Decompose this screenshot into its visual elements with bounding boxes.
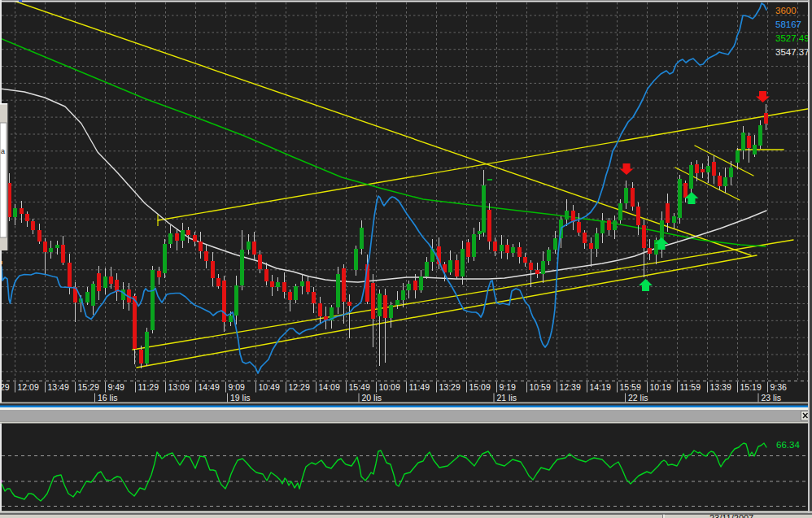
svg-text:12:29: 12:29 (289, 382, 310, 392)
svg-text:13:39: 13:39 (710, 382, 731, 392)
svg-text:9:49: 9:49 (108, 382, 125, 392)
svg-text:23 lis: 23 lis (762, 393, 782, 403)
svg-text:11:29: 11:29 (138, 382, 159, 392)
svg-text:15:29: 15:29 (78, 382, 99, 392)
svg-text:23/11/2007: 23/11/2007 (709, 513, 753, 518)
svg-text:12:09: 12:09 (18, 382, 39, 392)
svg-text:11:59: 11:59 (680, 382, 701, 392)
svg-text:14:19: 14:19 (590, 382, 611, 392)
svg-text:15:09: 15:09 (469, 382, 491, 392)
svg-text:13:29: 13:29 (439, 382, 461, 392)
svg-text:15:59: 15:59 (620, 382, 641, 392)
svg-text:11:49: 11:49 (409, 382, 430, 392)
svg-text:10:19: 10:19 (650, 382, 671, 392)
svg-text:20 lis: 20 lis (362, 393, 382, 403)
svg-text:22 lis: 22 lis (628, 393, 648, 403)
svg-text:12:39: 12:39 (560, 382, 581, 392)
svg-text:16 lis: 16 lis (98, 393, 118, 403)
svg-text:10:09: 10:09 (379, 382, 400, 392)
svg-text:14:09: 14:09 (319, 382, 340, 392)
svg-text:10:49: 10:49 (259, 382, 280, 392)
svg-text:9:09: 9:09 (229, 382, 246, 392)
svg-text:3527.49: 3527.49 (775, 33, 810, 43)
svg-text:19 lis: 19 lis (230, 393, 251, 403)
svg-text:66.34: 66.34 (776, 440, 800, 450)
svg-text:13:09: 13:09 (168, 382, 190, 392)
svg-text:3547.37: 3547.37 (775, 47, 810, 57)
svg-text:15:49: 15:49 (349, 382, 370, 392)
svg-text:9:36: 9:36 (771, 382, 788, 392)
svg-text:21 lis: 21 lis (497, 393, 517, 403)
svg-text:15:19: 15:19 (740, 382, 762, 392)
svg-text:3600: 3600 (775, 6, 797, 15)
svg-text:10:59: 10:59 (530, 382, 551, 392)
svg-text:14:49: 14:49 (199, 382, 220, 392)
svg-text:a: a (1, 147, 5, 155)
svg-text:58167: 58167 (775, 20, 801, 29)
svg-text:13:49: 13:49 (48, 382, 69, 392)
svg-text:9:19: 9:19 (500, 382, 517, 392)
